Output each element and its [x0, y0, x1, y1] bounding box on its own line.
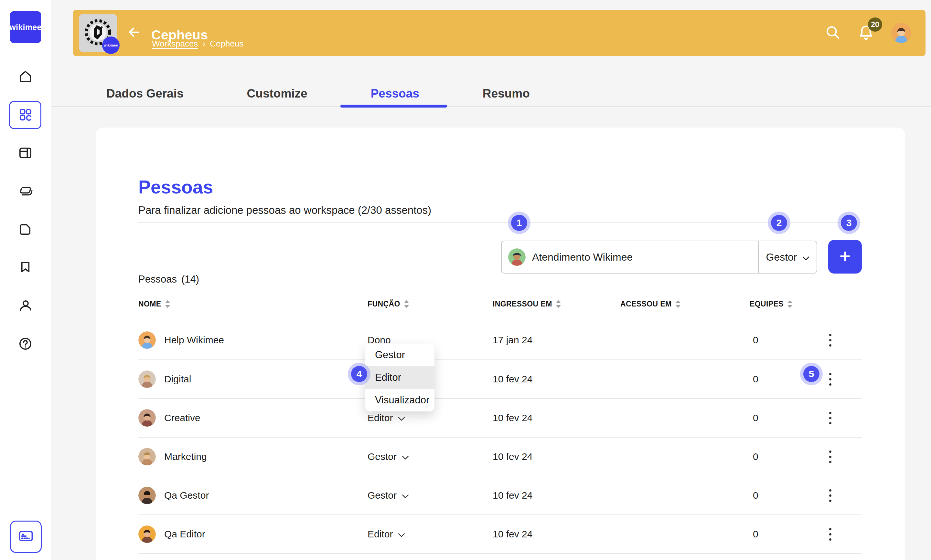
- tab-customize[interactable]: Customize: [247, 87, 307, 100]
- people-table: Help Wikimee Dono 17 jan 24 0 Digital 10…: [138, 321, 862, 560]
- sidebar-item-documents[interactable]: [0, 222, 51, 238]
- joined-date: 10 fev 24: [493, 490, 620, 501]
- bookmark-icon: [18, 260, 33, 276]
- avatar: [138, 409, 156, 427]
- sidebar: wikimee: [0, 0, 51, 560]
- notifications-button[interactable]: 20: [858, 24, 874, 42]
- tab-resumo[interactable]: Resumo: [483, 87, 530, 100]
- teams-count: 0: [750, 451, 798, 462]
- person-name: Qa Editor: [164, 529, 205, 540]
- joined-date: 10 fev 24: [493, 529, 620, 540]
- sidebar-item-help[interactable]: [0, 336, 51, 353]
- tab-pessoas[interactable]: Pessoas: [371, 87, 419, 100]
- column-header-funcao[interactable]: FUNÇÃO: [367, 300, 493, 308]
- menu-item-gestor[interactable]: Gestor: [365, 344, 434, 366]
- people-panel: Pessoas Para finalizar adicione pessoas …: [96, 128, 905, 560]
- people-count: Pessoas (14): [138, 274, 199, 285]
- sidebar-item-cards[interactable]: [0, 184, 51, 200]
- sort-icon: [556, 300, 561, 308]
- add-person-name: Atendimento Wikimee: [532, 251, 633, 263]
- table-header: NOME FUNÇÃO INGRESSOU EM ACESSOU EM EQUI…: [138, 297, 862, 311]
- row-menu-button[interactable]: [829, 373, 831, 386]
- role-select[interactable]: Editor: [367, 412, 493, 423]
- wikimee-logo[interactable]: wikimee: [10, 11, 41, 43]
- teams-count: 0: [750, 412, 798, 423]
- home-icon: [18, 69, 33, 86]
- search-icon[interactable]: [824, 24, 841, 42]
- tab-dados-gerais[interactable]: Dados Gerais: [107, 87, 184, 100]
- notification-count-badge: 20: [868, 17, 882, 32]
- breadcrumb-separator: ›: [203, 39, 205, 49]
- active-tab-underline: [340, 105, 447, 108]
- joined-date: 10 fev 24: [493, 374, 620, 385]
- sort-icon: [165, 300, 170, 308]
- workspace-wikimee-badge: wikimee: [102, 37, 120, 54]
- avatar: [138, 448, 156, 465]
- role-select[interactable]: Editor: [367, 529, 493, 540]
- breadcrumb: Workspaces › Cepheus: [152, 39, 243, 49]
- breadcrumb-workspaces-link[interactable]: Workspaces: [152, 39, 198, 49]
- joined-date: 17 jan 24: [493, 335, 620, 346]
- annotation-badge-3: 3: [841, 215, 857, 231]
- table-row: Creative Editor 10 fev 24 0: [138, 398, 862, 437]
- teams-count: 0: [750, 374, 798, 385]
- table-row: User qq Editor 10 fev 24 0: [138, 553, 862, 560]
- sidebar-item-workspaces[interactable]: [9, 101, 42, 129]
- menu-item-visualizador[interactable]: Visualizador: [365, 389, 434, 411]
- people-count-value: (14): [181, 274, 199, 285]
- avatar: [138, 525, 156, 543]
- sort-icon: [787, 300, 792, 308]
- chevron-down-icon: [802, 251, 809, 263]
- add-person-role-select[interactable]: Gestor: [758, 241, 817, 274]
- role-select[interactable]: Gestor: [367, 490, 493, 501]
- row-menu-button[interactable]: [829, 451, 831, 463]
- column-header-equipes[interactable]: EQUIPES: [750, 300, 798, 308]
- avatar: [508, 248, 526, 266]
- breadcrumb-current: Cepheus: [210, 39, 243, 49]
- section-divider: [138, 223, 862, 223]
- column-header-ingressou[interactable]: INGRESSOU EM: [493, 300, 620, 308]
- row-menu-button[interactable]: [829, 412, 831, 425]
- person-name: Creative: [164, 412, 201, 423]
- sidebar-item-boards[interactable]: [0, 145, 51, 162]
- row-menu-button[interactable]: [829, 334, 831, 346]
- teams-count: 0: [750, 529, 798, 540]
- column-header-acessou[interactable]: ACESSOU EM: [620, 300, 750, 308]
- bell-icon: [858, 36, 874, 42]
- page-subtitle: Para finalizar adicione pessoas ao works…: [138, 204, 431, 216]
- add-person-button[interactable]: +: [828, 240, 862, 274]
- sidebar-item-bookmarks[interactable]: [0, 260, 51, 276]
- menu-item-editor[interactable]: Editor: [365, 366, 434, 389]
- role-select[interactable]: Gestor: [367, 451, 493, 462]
- user-avatar[interactable]: [891, 23, 911, 43]
- back-button[interactable]: [126, 25, 142, 41]
- annotation-badge-5: 5: [803, 366, 820, 382]
- add-person-input[interactable]: Atendimento Wikimee: [501, 241, 758, 274]
- column-header-nome[interactable]: NOME: [138, 300, 367, 308]
- annotation-badge-2: 2: [771, 215, 787, 231]
- annotation-badge-4: 4: [351, 366, 367, 382]
- document-icon: [18, 222, 33, 238]
- teams-count: 0: [750, 335, 798, 346]
- person-name: Help Wikimee: [164, 335, 224, 346]
- selected-role: Gestor: [766, 251, 797, 263]
- sidebar-bottom-card-button[interactable]: [10, 521, 42, 553]
- people-count-label: Pessoas: [138, 274, 177, 285]
- chevron-down-icon: [402, 490, 409, 501]
- page-title: Pessoas: [138, 176, 213, 198]
- chevron-down-icon: [398, 412, 405, 423]
- sidebar-item-home[interactable]: [0, 69, 51, 86]
- table-row: Marketing Gestor 10 fev 24 0: [138, 437, 862, 476]
- card-form-icon: [17, 528, 34, 546]
- sidebar-item-people[interactable]: [0, 298, 51, 315]
- sort-icon: [676, 300, 681, 308]
- avatar: [138, 331, 156, 349]
- joined-date: 10 fev 24: [493, 412, 620, 423]
- apps-grid-icon: [18, 107, 33, 123]
- role-dropdown-menu: Gestor Editor Visualizador: [365, 344, 434, 411]
- row-menu-button[interactable]: [829, 528, 831, 541]
- workspace-tabs: Dados Gerais Customize Pessoas Resumo: [51, 81, 931, 107]
- workspace-logo: wikimee: [79, 14, 117, 52]
- row-menu-button[interactable]: [829, 489, 831, 502]
- table-row: Qa Editor Editor 10 fev 24 0: [138, 514, 862, 553]
